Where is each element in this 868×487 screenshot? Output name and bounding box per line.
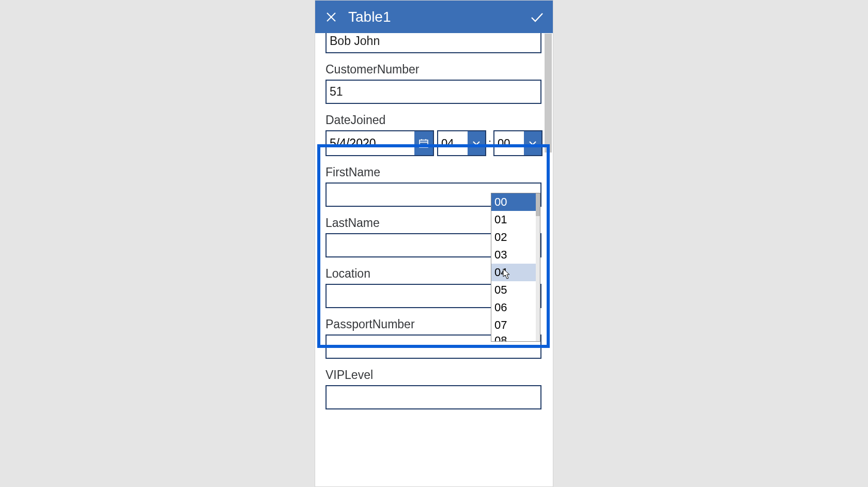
form-scroll-area: CustomerNumber DateJoined 04 (315, 33, 553, 486)
checkmark-icon (529, 9, 545, 25)
date-picker[interactable] (326, 130, 434, 156)
label-date-joined: DateJoined (326, 113, 542, 127)
dropdown-option[interactable]: 07 (491, 316, 540, 334)
submit-button[interactable] (528, 8, 546, 26)
customer-number-input[interactable] (326, 80, 541, 104)
minute-select[interactable]: 00 (493, 130, 542, 156)
title-bar: Table1 (315, 1, 553, 33)
hour-chevron-button[interactable] (468, 131, 485, 155)
hour-value: 04 (438, 131, 468, 155)
chevron-down-icon (472, 139, 481, 148)
close-icon (325, 11, 337, 23)
dropdown-option[interactable]: 04 (491, 264, 540, 281)
dropdown-option[interactable]: 01 (491, 211, 540, 229)
minute-dropdown[interactable]: 00 01 02 03 04 05 06 07 08 (491, 193, 540, 342)
app-frame: Table1 CustomerNumber DateJoined (315, 1, 553, 486)
label-vip: VIPLevel (326, 368, 542, 382)
calendar-icon (419, 138, 429, 148)
dropdown-option[interactable]: 06 (491, 299, 540, 316)
label-first-name: FirstName (326, 165, 542, 179)
page-title: Table1 (348, 9, 528, 25)
chevron-down-icon (528, 139, 537, 148)
minute-value: 00 (494, 131, 524, 155)
hour-select[interactable]: 04 (437, 130, 486, 156)
form: CustomerNumber DateJoined 04 (315, 33, 553, 409)
name-input[interactable] (326, 33, 541, 53)
dropdown-option[interactable]: 08 (491, 334, 540, 342)
dropdown-option[interactable]: 02 (491, 229, 540, 246)
label-customer-number: CustomerNumber (326, 63, 542, 77)
svg-rect-2 (420, 140, 428, 147)
date-input[interactable] (327, 131, 414, 155)
dropdown-option[interactable]: 03 (491, 246, 540, 264)
vip-input[interactable] (326, 385, 541, 409)
dropdown-scrollbar-thumb[interactable] (536, 193, 540, 216)
dropdown-option[interactable]: 00 (491, 193, 540, 211)
time-separator: : (488, 136, 491, 150)
close-button[interactable] (322, 8, 340, 26)
dropdown-scrollbar[interactable] (536, 193, 540, 341)
calendar-button[interactable] (414, 131, 433, 155)
minute-chevron-button[interactable] (524, 131, 541, 155)
date-joined-row: 04 : 00 (326, 130, 542, 156)
dropdown-option[interactable]: 05 (491, 281, 540, 299)
